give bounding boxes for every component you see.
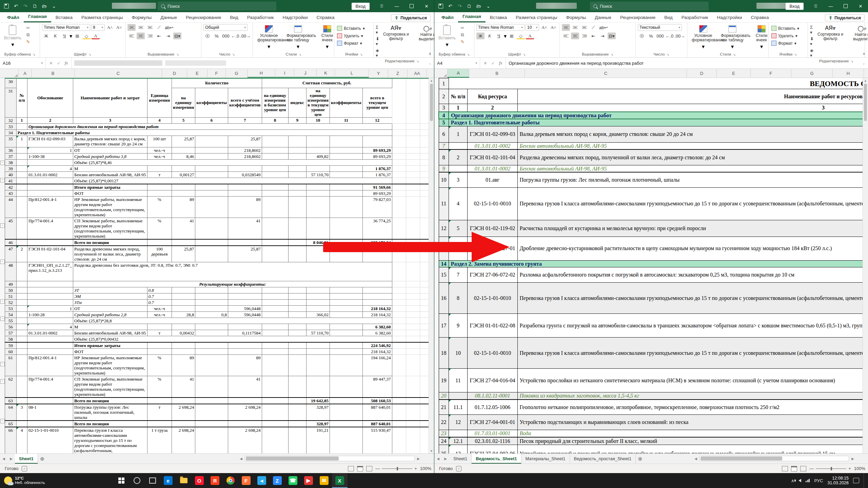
cell[interactable]: 01.3.01.01-0002 — [27, 171, 73, 178]
scroll-right-icon[interactable]: ▶ — [415, 457, 422, 461]
empty-cell[interactable] — [392, 190, 406, 196]
formula-input[interactable]: Организация дорожного движения на период… — [506, 58, 868, 68]
cell[interactable] — [330, 165, 362, 171]
taskbar-icon-explorer[interactable] — [176, 473, 192, 488]
save-icon[interactable] — [438, 3, 444, 9]
taskbar-icon-edge[interactable]: e — [160, 473, 176, 488]
align-left-icon[interactable] — [562, 33, 570, 39]
zoom-level[interactable]: 100% — [854, 466, 865, 471]
scroll-thumb[interactable] — [430, 84, 433, 121]
dialog-launcher-icon[interactable]: ↘ — [360, 53, 362, 56]
cell[interactable] — [195, 246, 228, 262]
cell[interactable] — [195, 354, 228, 376]
sheet-tab-Ведомость_простая_Sheet1[interactable]: Ведомость_простая_Sheet1 — [570, 454, 636, 464]
scroll-down-icon[interactable]: ▼ — [430, 448, 433, 453]
empty-cell[interactable] — [392, 153, 406, 159]
cell[interactable] — [195, 287, 228, 293]
cell[interactable]: Бензин автомобильный АИ-98, АИ-95 — [73, 330, 147, 336]
format-as-table-button[interactable]: Форматировать как таблицу▾ — [284, 24, 312, 51]
cell[interactable]: % — [147, 196, 172, 218]
row-header[interactable]: 38 — [5, 159, 17, 165]
cell[interactable]: Разделка древесины мягких пород, получен… — [73, 246, 147, 262]
cell[interactable] — [262, 147, 288, 153]
open-folder-icon[interactable]: 🗁 — [476, 3, 482, 9]
cell[interactable]: Разработка грунта с погрузкой на автомоб… — [517, 314, 868, 338]
cell[interactable] — [16, 305, 27, 311]
cell[interactable] — [330, 171, 362, 178]
cell[interactable]: 0,0328549 — [228, 171, 262, 178]
cell[interactable]: 13 — [449, 445, 468, 454]
empty-cell[interactable] — [392, 287, 406, 293]
cell[interactable] — [288, 427, 306, 454]
cell[interactable]: 89 — [228, 354, 262, 376]
empty-cell[interactable] — [392, 78, 406, 123]
cell[interactable] — [288, 404, 306, 421]
insert-function-icon[interactable]: fx — [499, 60, 502, 66]
empty-cell[interactable] — [406, 178, 420, 184]
cell[interactable] — [16, 311, 27, 318]
sheet-nav-right-icon[interactable]: ▶ — [442, 454, 449, 464]
cell[interactable]: 887 640,01 — [362, 421, 392, 427]
cell[interactable] — [330, 147, 362, 153]
taskbar-icon-firefox[interactable]: F — [238, 473, 254, 488]
tab-вид[interactable]: Вид — [660, 13, 677, 22]
notification-center-icon[interactable] — [853, 478, 859, 483]
cell[interactable]: 2 — [449, 149, 468, 165]
cell[interactable]: Перевозка грузов I класса автомобилями-с… — [73, 427, 147, 454]
scroll-track[interactable] — [699, 456, 849, 461]
font-color-icon[interactable]: А — [526, 33, 534, 39]
cell[interactable] — [228, 239, 262, 246]
cell[interactable] — [228, 190, 262, 196]
row-header[interactable]: 54 — [5, 311, 17, 318]
tab-вид[interactable]: Вид — [225, 13, 242, 22]
horizontal-scrollbar[interactable]: ◀▶ — [237, 455, 422, 462]
shrink-font-icon[interactable]: А˅ — [549, 24, 557, 31]
header-cell[interactable]: Сметная стоимость, руб. — [262, 78, 392, 88]
empty-cell[interactable] — [406, 136, 420, 147]
cell[interactable]: 596,0448 — [228, 311, 262, 318]
row-header[interactable]: 45 — [5, 218, 17, 239]
cell[interactable] — [195, 218, 228, 239]
row-header[interactable]: 25 — [439, 445, 449, 454]
cell[interactable] — [27, 190, 73, 196]
cell[interactable]: 0,00127 — [172, 171, 195, 178]
cell[interactable] — [306, 147, 330, 153]
cell[interactable]: Пр/812-001.4-1 — [27, 196, 73, 218]
wrap-text-icon[interactable]: ab↩ — [164, 24, 174, 31]
cell[interactable]: Погрузка группы грузов: Лес пиленый, пог… — [517, 172, 868, 187]
cell[interactable]: М — [73, 324, 147, 330]
header-cell[interactable]: коэффициенты — [195, 88, 228, 117]
cell[interactable] — [195, 330, 228, 336]
cell[interactable]: 4 — [449, 187, 468, 220]
cell[interactable] — [306, 354, 330, 376]
cell[interactable]: 02-15-1-01-0010 — [468, 283, 517, 314]
column-header-J[interactable]: J — [294, 69, 317, 78]
column-header-B[interactable]: B — [32, 69, 75, 78]
cell[interactable] — [306, 190, 330, 196]
row-header[interactable]: 42 — [5, 184, 17, 190]
empty-cell[interactable] — [406, 165, 420, 171]
cell[interactable] — [262, 305, 288, 311]
tab-рецензирование[interactable]: Рецензирование — [181, 13, 225, 22]
taskbar-icon-whatsapp[interactable]: ☎ — [285, 473, 301, 488]
cell[interactable]: 596,0448 — [228, 305, 262, 311]
empty-cell[interactable] — [406, 153, 420, 159]
cell[interactable]: Валка деревьев мягких пород с корня, диа… — [73, 136, 147, 147]
empty-cell[interactable] — [406, 299, 420, 305]
tab-данные[interactable]: Данные — [590, 13, 616, 22]
taskbar-weather[interactable]: 12°C Неб. облачность — [0, 473, 49, 488]
cell[interactable] — [27, 421, 73, 427]
cell[interactable]: 89 693,29 — [362, 147, 392, 153]
cell[interactable] — [262, 299, 288, 305]
cell[interactable] — [195, 421, 228, 427]
fill-icon[interactable]: ⬇ ▾ — [810, 36, 814, 46]
dialog-launcher-icon[interactable]: ↘ — [794, 53, 797, 56]
column-header-A[interactable]: A — [19, 69, 32, 78]
decrease-indent-icon[interactable]: ⇤ — [589, 33, 597, 39]
row-header[interactable]: 66 — [5, 427, 17, 454]
cell[interactable]: Вода — [517, 430, 868, 437]
empty-cell[interactable] — [406, 421, 420, 427]
cell[interactable] — [288, 287, 306, 293]
empty-cell[interactable] — [392, 311, 406, 318]
header-cell[interactable]: индекс — [288, 88, 306, 117]
